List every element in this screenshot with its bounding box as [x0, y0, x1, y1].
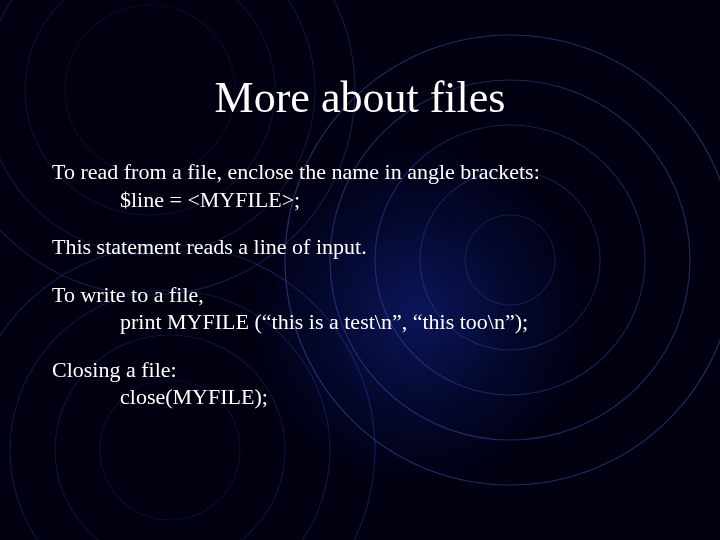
para-reads-line: This statement reads a line of input.	[52, 233, 672, 261]
slide-title: More about files	[0, 72, 720, 123]
text-line: To write to a file,	[52, 281, 672, 309]
text-line: This statement reads a line of input.	[52, 233, 672, 261]
para-write: To write to a file, print MYFILE (“this …	[52, 281, 672, 336]
para-close: Closing a file: close(MYFILE);	[52, 356, 672, 411]
code-line: print MYFILE (“this is a test\n”, “this …	[52, 308, 672, 336]
code-line: $line = <MYFILE>;	[52, 186, 672, 214]
text-line: Closing a file:	[52, 356, 672, 384]
para-read: To read from a file, enclose the name in…	[52, 158, 672, 213]
slide: More about files To read from a file, en…	[0, 0, 720, 540]
text-line: To read from a file, enclose the name in…	[52, 158, 672, 186]
code-line: close(MYFILE);	[52, 383, 672, 411]
slide-body: To read from a file, enclose the name in…	[52, 158, 672, 431]
